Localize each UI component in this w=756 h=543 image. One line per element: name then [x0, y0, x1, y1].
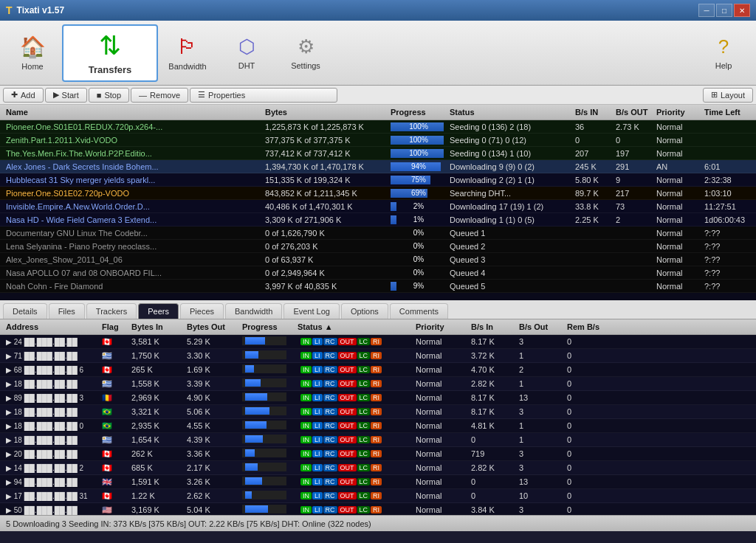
transfer-progress: 1%	[388, 215, 447, 225]
table-row[interactable]: Documentary GNU Linux The Codebr... 0 of…	[0, 226, 756, 240]
home-button[interactable]: 🏠 Home	[3, 24, 62, 82]
peer-bytesout: 4.55 K	[184, 421, 239, 431]
minimize-button[interactable]: ─	[698, 4, 715, 17]
tab-files[interactable]: Files	[49, 303, 85, 319]
peer-flag: 🇺🇸	[99, 505, 128, 516]
layout-label: Layout	[721, 91, 745, 100]
maximize-button[interactable]: □	[716, 4, 732, 17]
peer-status: IN LI RC OUT LC RI	[295, 378, 413, 389]
transfer-bsout: 9	[613, 175, 653, 185]
transfers-button[interactable]: ⇅ Transfers	[62, 24, 158, 82]
transfer-bytes: 3,309 K of 271,906 K	[262, 215, 388, 225]
transfer-timeleft: ?:??	[701, 255, 753, 265]
tab-options[interactable]: Options	[341, 303, 388, 319]
tab-trackers[interactable]: Trackers	[86, 303, 137, 319]
peer-row[interactable]: ▶ 24 ██.███.██.██ 🇨🇦 3,581 K 5.29 K IN L…	[0, 335, 756, 349]
peer-row[interactable]: ▶ 14 ██.███.██.██ 2 🇨🇦 685 K 2.17 K IN L…	[0, 461, 756, 475]
peer-bytesout: 3.36 K	[184, 449, 239, 459]
transfer-priority: Normal	[653, 135, 701, 145]
peer-row[interactable]: ▶ 17 ██.███.██.██ 31 🇨🇦 1.22 K 2.62 K IN…	[0, 489, 756, 503]
transfer-bsin	[572, 259, 613, 260]
table-row[interactable]: Alex_Jones_Show_2011_04_06 0 of 63,937 K…	[0, 253, 756, 266]
table-row[interactable]: Pioneer.One.S01E01.REDUX.720p.x264-... 1…	[0, 120, 756, 134]
table-row[interactable]: Hubblecast 31 Sky merger yields sparkl..…	[0, 173, 756, 187]
help-label: Help	[715, 61, 732, 70]
peer-bytesout: 5.04 K	[184, 505, 239, 515]
tab-peers[interactable]: Peers	[138, 303, 179, 319]
peer-bytesout: 3.39 K	[184, 378, 239, 389]
transfer-bsin: 0	[572, 135, 613, 145]
peer-progress	[239, 406, 295, 418]
col-bsin: B/s IN	[572, 106, 613, 118]
peer-row[interactable]: ▶ 94 ██.███.██.██ 🇬🇧 1,591 K 3.26 K IN L…	[0, 475, 756, 489]
table-row[interactable]: Nasa APOLLO 07 and 08 ONBOARD FIL... 0 o…	[0, 266, 756, 280]
remove-button[interactable]: — Remove	[131, 88, 188, 103]
tab-bandwidth[interactable]: Bandwidth	[225, 303, 282, 319]
peer-row[interactable]: ▶ 89 ██.███.██.██ 3 🇷🇴 2,969 K 4.90 K IN…	[0, 391, 756, 405]
dht-button[interactable]: ⬡ DHT	[217, 24, 276, 82]
tab-comments[interactable]: Comments	[390, 303, 448, 319]
transfer-bsout: 0	[613, 135, 653, 145]
transfer-name: Alex Jones - Dark Secrets Inside Bohem..…	[3, 162, 262, 172]
table-row[interactable]: Alex Jones - Dark Secrets Inside Bohem..…	[0, 160, 756, 173]
transfer-name: Nasa APOLLO 07 and 08 ONBOARD FIL...	[3, 268, 262, 278]
table-row[interactable]: Nasa HD - Wide Field Camera 3 Extend... …	[0, 213, 756, 226]
peer-row[interactable]: ▶ 20 ██.███.██.██ 🇨🇦 262 K 3.36 K IN LI …	[0, 447, 756, 461]
transfer-progress: 0%	[388, 255, 447, 265]
transfer-progress: 75%	[388, 175, 447, 185]
peer-row[interactable]: ▶ 18 ██.███.██.██ 🇧🇷 3,321 K 5.06 K IN L…	[0, 405, 756, 419]
peer-status: IN LI RC OUT LC RI	[295, 407, 413, 417]
peer-bytesout: 5.29 K	[184, 336, 239, 347]
bandwidth-button[interactable]: 🏳 Bandwidth	[158, 24, 217, 82]
transfer-bsin: 89.7 K	[572, 188, 613, 198]
peer-row[interactable]: ▶ 68 ██.███.██.██ 6 🇨🇦 265 K 1.69 K IN L…	[0, 363, 756, 377]
tab-event-log[interactable]: Event Log	[284, 303, 340, 319]
table-row[interactable]: Zenith.Part.1.2011.Xvid-VODO 377,375 K o…	[0, 134, 756, 147]
table-row[interactable]: Noah Cohn - Fire Diamond 3,997 K of 40,8…	[0, 280, 756, 293]
peer-bytesout: 4.90 K	[184, 392, 239, 403]
peer-progress	[239, 336, 295, 347]
peer-row[interactable]: ▶ 50 ██.███.██.██ 🇺🇸 3,169 K 5.04 K IN L…	[0, 503, 756, 515]
peer-bsin: 719	[468, 449, 516, 459]
peer-priority: Normal	[413, 449, 468, 459]
tab-pieces[interactable]: Pieces	[180, 303, 224, 319]
peer-row[interactable]: ▶ 18 ██.███.██.██ 🇺🇾 1,558 K 3.39 K IN L…	[0, 377, 756, 391]
peer-bsin: 3.84 K	[468, 505, 516, 515]
tabs-area: DetailsFilesTrackersPeersPiecesBandwidth…	[0, 300, 756, 319]
table-row[interactable]: Pioneer.One.S01E02.720p-VODO 843,852 K o…	[0, 187, 756, 200]
transfer-bsin: 245 K	[572, 162, 613, 172]
settings-button[interactable]: ⚙ Settings	[276, 24, 335, 82]
table-header: Name Bytes Progress Status B/s IN B/s OU…	[0, 105, 756, 120]
peer-col-bsin: B/s In	[468, 321, 516, 333]
start-button[interactable]: ▶ Start	[45, 88, 87, 103]
properties-button[interactable]: ☰ Properties	[190, 88, 337, 103]
peer-flag: 🇨🇦	[99, 491, 128, 502]
peer-col-priority: Priority	[413, 321, 468, 333]
transfers-label: Transfers	[89, 64, 132, 75]
peer-row[interactable]: ▶ 18 ██.███.██.██ 🇺🇾 1,654 K 4.39 K IN L…	[0, 433, 756, 447]
peer-row[interactable]: ▶ 18 ██.███.██.██ 0 🇧🇷 2,935 K 4.55 K IN…	[0, 419, 756, 433]
add-button[interactable]: ✚ Add	[3, 88, 44, 103]
help-button[interactable]: ? Help	[694, 24, 753, 82]
remove-label: Remove	[150, 91, 180, 100]
transfer-status: Seeding 0 (71) 0 (12)	[447, 135, 572, 145]
table-row[interactable]: Lena Selyanina - Piano Poetry neoclass..…	[0, 240, 756, 253]
peer-bsout: 3	[516, 505, 564, 515]
layout-button[interactable]: ⊞ Layout	[703, 88, 753, 103]
table-row[interactable]: The.Yes.Men.Fix.The.World.P2P.Editio... …	[0, 147, 756, 160]
peer-priority: Normal	[413, 435, 468, 445]
peer-bytesout: 3.26 K	[184, 477, 239, 487]
transfer-progress: 100%	[388, 135, 447, 145]
transfer-bsin: 36	[572, 122, 613, 132]
close-button[interactable]: ✕	[734, 4, 750, 17]
peer-col-rembps: Rem B/s	[564, 321, 616, 333]
peer-row[interactable]: ▶ 71 ██.███.██.██ 🇺🇾 1,750 K 3.30 K IN L…	[0, 349, 756, 363]
main-toolbar: 🏠 Home ⇅ Transfers 🏳 Bandwidth ⬡ DHT ⚙ S…	[0, 21, 756, 86]
peer-flag: 🇧🇷	[99, 421, 128, 432]
peer-bsin: 8.17 K	[468, 407, 516, 417]
peer-bytesin: 1,558 K	[128, 378, 184, 389]
stop-button[interactable]: ■ Stop	[89, 88, 129, 103]
table-row[interactable]: Invisible.Empire.A.New.World.Order.D... …	[0, 200, 756, 213]
transfers-icon: ⇅	[99, 30, 121, 61]
tab-details[interactable]: Details	[3, 303, 47, 319]
